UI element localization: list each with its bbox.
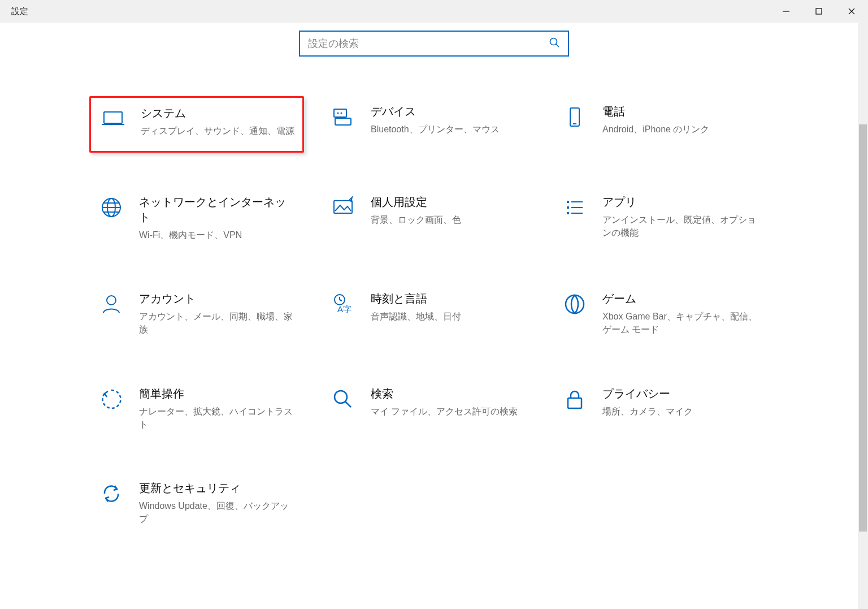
window-controls bbox=[770, 0, 868, 23]
svg-rect-8 bbox=[334, 109, 346, 117]
card-title: 電話 bbox=[602, 104, 760, 119]
card-title: システム bbox=[141, 106, 294, 121]
svg-rect-6 bbox=[104, 112, 122, 123]
svg-point-32 bbox=[335, 391, 347, 403]
card-time-language[interactable]: A字 時刻と言語 音声認識、地域、日付 bbox=[321, 283, 536, 344]
content-area: システム ディスプレイ、サウンド、通知、電源 デバイス Bluetooth、プリ… bbox=[0, 31, 868, 609]
minimize-icon bbox=[782, 7, 790, 15]
card-update-security[interactable]: 更新とセキュリティ Windows Update、回復、バックアップ bbox=[89, 473, 304, 533]
svg-rect-1 bbox=[816, 8, 822, 14]
card-phone[interactable]: 電話 Android、iPhone のリンク bbox=[553, 96, 767, 153]
maximize-button[interactable] bbox=[802, 0, 835, 23]
gaming-icon bbox=[563, 292, 587, 316]
svg-rect-22 bbox=[567, 206, 569, 209]
card-title: プライバシー bbox=[602, 386, 760, 401]
card-title: 時刻と言語 bbox=[371, 291, 528, 306]
network-icon bbox=[99, 196, 123, 219]
card-desc: マイ ファイル、アクセス許可の検索 bbox=[371, 405, 528, 418]
maximize-icon bbox=[815, 7, 823, 15]
scrollbar-thumb[interactable] bbox=[859, 124, 867, 532]
card-desc: ディスプレイ、サウンド、通知、電源 bbox=[141, 124, 294, 137]
svg-rect-20 bbox=[567, 201, 569, 203]
card-network[interactable]: ネットワークとインターネット Wi-Fi、機内モード、VPN bbox=[89, 187, 304, 249]
card-desc: Bluetooth、プリンター、マウス bbox=[371, 123, 528, 136]
close-button[interactable] bbox=[835, 0, 868, 23]
card-personalization[interactable]: 個人用設定 背景、ロック画面、色 bbox=[321, 187, 536, 249]
card-title: 更新とセキュリティ bbox=[139, 481, 296, 496]
card-title: 個人用設定 bbox=[371, 195, 528, 210]
settings-grid: システム ディスプレイ、サウンド、通知、電源 デバイス Bluetooth、プリ… bbox=[89, 96, 779, 533]
card-title: デバイス bbox=[371, 104, 528, 119]
card-apps[interactable]: アプリ アンインストール、既定値、オプションの機能 bbox=[553, 187, 767, 249]
card-desc: アカウント、メール、同期、職場、家族 bbox=[139, 310, 296, 336]
card-desc: Windows Update、回復、バックアップ bbox=[139, 499, 296, 525]
privacy-icon bbox=[563, 387, 587, 411]
svg-text:A字: A字 bbox=[337, 304, 351, 314]
card-title: ネットワークとインターネット bbox=[139, 195, 296, 225]
search-icon bbox=[549, 37, 560, 50]
card-title: アプリ bbox=[602, 195, 760, 210]
system-icon bbox=[101, 107, 125, 131]
minimize-button[interactable] bbox=[770, 0, 802, 23]
card-desc: Android、iPhone のリンク bbox=[602, 123, 760, 136]
search-input[interactable] bbox=[308, 38, 549, 50]
card-desc: 音声認識、地域、日付 bbox=[371, 310, 528, 323]
svg-rect-34 bbox=[568, 398, 581, 408]
card-privacy[interactable]: プライバシー 場所、カメラ、マイク bbox=[553, 378, 767, 439]
card-title: アカウント bbox=[139, 291, 296, 306]
card-title: ゲーム bbox=[602, 291, 760, 306]
close-icon bbox=[848, 7, 856, 15]
apps-icon bbox=[563, 196, 587, 219]
card-title: 簡単操作 bbox=[139, 386, 296, 401]
card-desc: アンインストール、既定値、オプションの機能 bbox=[602, 213, 760, 239]
svg-line-29 bbox=[340, 300, 342, 301]
card-accounts[interactable]: アカウント アカウント、メール、同期、職場、家族 bbox=[89, 283, 304, 344]
titlebar: 設定 bbox=[0, 0, 868, 23]
card-ease-of-access[interactable]: 簡単操作 ナレーター、拡大鏡、ハイコントラスト bbox=[89, 378, 304, 439]
card-title: 検索 bbox=[371, 386, 528, 401]
card-devices[interactable]: デバイス Bluetooth、プリンター、マウス bbox=[321, 96, 536, 153]
svg-point-26 bbox=[107, 296, 116, 305]
svg-rect-24 bbox=[567, 212, 569, 214]
search-card-icon bbox=[331, 387, 355, 411]
svg-point-4 bbox=[550, 38, 557, 45]
time-language-icon: A字 bbox=[331, 292, 355, 316]
scrollbar-track[interactable] bbox=[858, 23, 868, 609]
card-desc: 背景、ロック画面、色 bbox=[371, 213, 528, 226]
personalization-icon bbox=[331, 196, 355, 219]
svg-rect-9 bbox=[335, 118, 351, 125]
svg-point-31 bbox=[566, 295, 584, 313]
ease-of-access-icon bbox=[99, 387, 123, 411]
card-desc: ナレーター、拡大鏡、ハイコントラスト bbox=[139, 405, 296, 431]
search-container bbox=[0, 31, 868, 57]
svg-point-11 bbox=[341, 113, 342, 114]
card-search[interactable]: 検索 マイ ファイル、アクセス許可の検索 bbox=[321, 378, 536, 439]
svg-line-5 bbox=[556, 44, 559, 47]
card-desc: Xbox Game Bar、キャプチャ、配信、ゲーム モード bbox=[602, 310, 760, 336]
accounts-icon bbox=[99, 292, 123, 316]
svg-rect-19 bbox=[334, 201, 352, 213]
update-icon bbox=[99, 482, 123, 506]
svg-point-10 bbox=[337, 113, 339, 114]
phone-icon bbox=[563, 105, 587, 129]
card-desc: Wi-Fi、機内モード、VPN bbox=[139, 228, 296, 241]
card-gaming[interactable]: ゲーム Xbox Game Bar、キャプチャ、配信、ゲーム モード bbox=[553, 283, 767, 344]
card-system[interactable]: システム ディスプレイ、サウンド、通知、電源 bbox=[89, 96, 304, 153]
window-title: 設定 bbox=[11, 6, 28, 17]
search-box[interactable] bbox=[299, 31, 569, 57]
devices-icon bbox=[331, 105, 355, 129]
card-desc: 場所、カメラ、マイク bbox=[602, 405, 760, 418]
svg-line-33 bbox=[345, 401, 351, 407]
